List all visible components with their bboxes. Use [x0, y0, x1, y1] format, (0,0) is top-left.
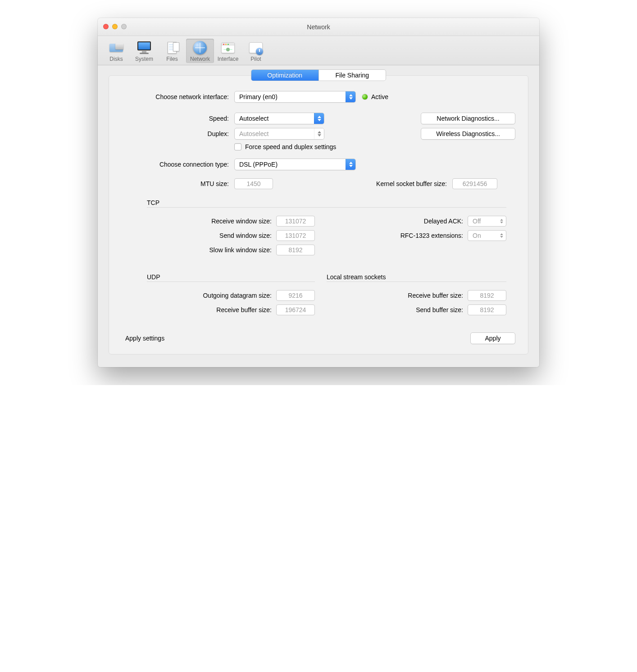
preferences-window: Network Disks System Files Network Inter… — [98, 18, 539, 367]
udp-local-headers: UDP Local stream sockets — [135, 263, 506, 286]
files-icon — [164, 41, 180, 55]
interface-select-value: Primary (en0) — [239, 93, 278, 100]
delayed-ack-select[interactable]: Off — [468, 216, 506, 227]
interface-label: Choose network interface: — [122, 93, 234, 100]
row-connection: Choose connection type: DSL (PPPoE) — [122, 159, 515, 170]
duplex-label: Duplex: — [122, 130, 234, 137]
tcp-slow-label: Slow link window size: — [209, 246, 272, 254]
udp-recv-label: Receive buffer size: — [216, 306, 272, 313]
system-icon — [136, 41, 152, 55]
tab-disks[interactable]: Disks — [102, 39, 130, 63]
wireless-diagnostics-button[interactable]: Wireless Diagnostics... — [421, 128, 515, 140]
content: Optimization File Sharing Choose network… — [98, 65, 539, 367]
chevron-updown-icon — [314, 128, 324, 139]
row-speed: Speed: Autoselect Network Diagnostics... — [122, 113, 515, 124]
zoom-icon — [121, 24, 127, 29]
chevron-updown-icon — [346, 91, 355, 102]
tab-system-label: System — [135, 56, 153, 62]
speed-select-value: Autoselect — [239, 115, 268, 122]
divider — [147, 282, 315, 282]
udp-out-label: Outgoing datagram size: — [203, 292, 272, 299]
tcp-send-input[interactable]: 131072 — [276, 230, 315, 241]
row-rfc1323: RFC-1323 extensions: On — [327, 230, 506, 241]
mtu-input[interactable]: 1450 — [234, 178, 273, 189]
force-checkbox-label: Force speed and duplex settings — [245, 143, 336, 150]
tab-interface-label: Interface — [218, 56, 239, 62]
row-tcp-slow: Slow link window size: 8192 — [135, 245, 315, 255]
disks-icon — [108, 41, 124, 55]
close-icon[interactable] — [103, 24, 109, 29]
force-checkbox-row: Force speed and duplex settings — [234, 143, 515, 150]
chevron-updown-icon — [346, 159, 355, 170]
panel: Optimization File Sharing Choose network… — [109, 75, 528, 354]
speed-select[interactable]: Autoselect — [234, 113, 324, 124]
footer: Apply settings Apply — [122, 332, 515, 344]
tab-interface[interactable]: Interface — [214, 39, 242, 63]
mtu-label: MTU size: — [122, 180, 234, 187]
row-udp-recv: Receive buffer size: 196724 — [135, 304, 315, 315]
duplex-select[interactable]: Autoselect — [234, 128, 324, 140]
pilot-icon — [248, 41, 264, 55]
toolbar: Disks System Files Network Interface Pil… — [98, 36, 539, 65]
row-tcp-send: Send window size: 131072 — [135, 230, 315, 241]
tab-network[interactable]: Network — [186, 39, 214, 63]
tab-pilot-label: Pilot — [250, 56, 261, 62]
section-tcp-title: TCP — [147, 199, 515, 206]
udp-recv-input[interactable]: 196724 — [276, 304, 315, 315]
tab-files[interactable]: Files — [158, 39, 186, 63]
tcp-send-label: Send window size: — [219, 232, 272, 239]
network-icon — [192, 41, 208, 55]
connection-label: Choose connection type: — [122, 161, 234, 168]
tcp-slow-input[interactable]: 8192 — [276, 245, 315, 255]
tab-files-label: Files — [166, 56, 177, 62]
network-diagnostics-button[interactable]: Network Diagnostics... — [421, 113, 515, 124]
apply-button[interactable]: Apply — [470, 332, 515, 344]
delayed-ack-value: Off — [473, 218, 481, 225]
window-controls — [103, 24, 127, 29]
segtab-optimization[interactable]: Optimization — [251, 70, 318, 81]
titlebar: Network — [98, 18, 539, 36]
duplex-select-value: Autoselect — [239, 130, 268, 137]
row-mtu-kbuf: MTU size: 1450 Kernel socket buffer size… — [122, 178, 515, 189]
divider — [327, 282, 506, 282]
status-dot-icon — [362, 94, 368, 100]
local-recv-label: Receive buffer size: — [408, 292, 463, 299]
tab-pilot[interactable]: Pilot — [242, 39, 270, 63]
rfc1323-select[interactable]: On — [468, 230, 506, 241]
interface-icon — [220, 41, 236, 55]
row-udp-out: Outgoing datagram size: 9216 — [135, 290, 315, 301]
apply-settings-label: Apply settings — [125, 335, 164, 342]
row-interface: Choose network interface: Primary (en0) … — [122, 91, 515, 103]
connection-select-value: DSL (PPPoE) — [239, 161, 278, 168]
rfc1323-value: On — [473, 232, 481, 239]
row-local-send: Send buffer size: 8192 — [327, 304, 506, 315]
chevron-updown-icon — [498, 216, 505, 226]
tcp-recv-input[interactable]: 131072 — [276, 216, 315, 227]
local-recv-input[interactable]: 8192 — [468, 290, 506, 301]
udp-local-grid: Outgoing datagram size: 9216 Receive buf… — [135, 286, 506, 319]
rfc1323-label: RFC-1323 extensions: — [400, 232, 463, 239]
tab-system[interactable]: System — [130, 39, 158, 63]
interface-select[interactable]: Primary (en0) — [234, 91, 356, 103]
force-checkbox[interactable] — [234, 143, 241, 150]
tab-disks-label: Disks — [109, 56, 123, 62]
row-local-recv: Receive buffer size: 8192 — [327, 290, 506, 301]
section-udp-title: UDP — [147, 273, 315, 281]
tab-network-label: Network — [190, 56, 210, 62]
row-tcp-recv: Receive window size: 131072 — [135, 216, 315, 227]
delayed-ack-label: Delayed ACK: — [424, 218, 463, 225]
chevron-updown-icon — [314, 113, 324, 124]
udp-out-input[interactable]: 9216 — [276, 290, 315, 301]
kbuf-label: Kernel socket buffer size: — [273, 180, 452, 187]
segmented-tabs: Optimization File Sharing — [251, 69, 386, 81]
minimize-icon[interactable] — [112, 24, 118, 29]
local-send-label: Send buffer size: — [416, 306, 463, 313]
kbuf-input[interactable]: 6291456 — [452, 178, 497, 189]
row-duplex: Duplex: Autoselect Wireless Diagnostics.… — [122, 128, 515, 140]
tcp-recv-label: Receive window size: — [211, 218, 272, 225]
window-title: Network — [307, 23, 330, 31]
local-send-input[interactable]: 8192 — [468, 304, 506, 315]
segtab-filesharing[interactable]: File Sharing — [318, 70, 386, 81]
connection-select[interactable]: DSL (PPPoE) — [234, 159, 356, 170]
row-delayed-ack: Delayed ACK: Off — [327, 216, 506, 227]
